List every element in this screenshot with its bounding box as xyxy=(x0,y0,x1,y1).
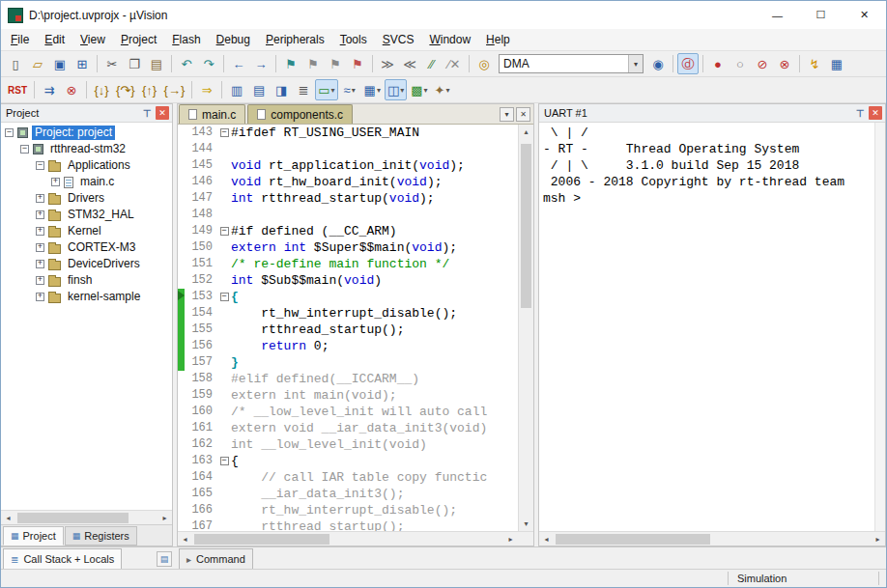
next-bookmark-icon[interactable]: ⚑ xyxy=(325,53,346,74)
outdent-icon[interactable]: ≪ xyxy=(399,53,420,74)
save-icon[interactable]: ▣ xyxy=(49,53,71,74)
callstack-tab[interactable]: ≣ Call Stack + Locals xyxy=(3,548,122,569)
menu-peripherals[interactable]: Peripherals xyxy=(258,29,332,50)
code-line[interactable]: 166 rt_hw_interrupt_disable(); xyxy=(178,502,518,518)
scrollbar-thumb[interactable] xyxy=(17,513,129,523)
fold-collapse-icon[interactable]: − xyxy=(220,227,229,236)
tree-item-kernel-sample[interactable]: +kernel-sample xyxy=(1,289,172,305)
dropdown-arrow-icon[interactable]: ▾ xyxy=(352,86,356,95)
code-line[interactable]: 162int __low_level_init(void) xyxy=(178,436,518,453)
dropdown-arrow-icon[interactable]: ▾ xyxy=(400,86,404,95)
code-area[interactable]: 143−#ifdef RT_USING_USER_MAIN144145void … xyxy=(178,125,518,531)
tree-expander[interactable]: − xyxy=(5,128,14,137)
indent-icon[interactable]: ≫ xyxy=(377,53,398,74)
scroll-left-icon[interactable]: ◂ xyxy=(178,532,192,546)
comment-icon[interactable]: ∕∕ xyxy=(421,53,443,74)
dropdown-arrow-icon[interactable]: ▾ xyxy=(445,86,449,95)
toolbox-icon[interactable]: ✦▾ xyxy=(432,79,453,100)
save-all-icon[interactable]: ⊞ xyxy=(72,53,93,74)
code-line[interactable]: 153−{ xyxy=(178,289,518,305)
tree-item-applications[interactable]: −Applications xyxy=(1,157,172,174)
symbol-window-icon[interactable]: ◨ xyxy=(271,79,292,100)
doc-tab-main-c[interactable]: main.c xyxy=(179,104,245,124)
find-next-icon[interactable]: ◉ xyxy=(647,53,669,74)
scroll-left-icon[interactable]: ◂ xyxy=(539,532,554,546)
dropdown-arrow-icon[interactable]: ▾ xyxy=(377,86,381,95)
code-line[interactable]: 151/* re-define main function */ xyxy=(178,256,518,272)
code-line[interactable]: 158#elif defined(__ICCARM__) xyxy=(178,371,518,387)
paste-icon[interactable]: ▤ xyxy=(146,53,167,74)
tree-expander[interactable]: + xyxy=(36,293,44,301)
show-next-statement-icon[interactable]: ⇒ xyxy=(196,79,217,100)
tree-item-finsh[interactable]: +finsh xyxy=(1,272,172,289)
stop-icon[interactable]: ⊗ xyxy=(61,79,82,100)
menu-window[interactable]: Window xyxy=(421,29,478,50)
command-window-icon[interactable]: ▥ xyxy=(226,79,247,100)
fold-marker[interactable]: − xyxy=(217,453,231,469)
menu-tools[interactable]: Tools xyxy=(332,29,375,50)
tree-expander[interactable]: + xyxy=(36,243,44,252)
tree-item-drivers[interactable]: +Drivers xyxy=(1,190,172,207)
code-line[interactable]: 160/* __low_level_init will auto call xyxy=(178,404,518,420)
run-to-cursor-icon[interactable]: {→} xyxy=(161,79,188,100)
reset-cpu-button[interactable]: RST xyxy=(5,79,30,100)
project-tree-hscrollbar[interactable]: ◂ ▸ xyxy=(1,510,172,524)
code-line[interactable]: 145void rt_application_init(void); xyxy=(178,157,518,174)
enable-breakpoint-icon[interactable]: ○ xyxy=(730,53,751,74)
code-line[interactable]: 154 rt_hw_interrupt_disable(); xyxy=(178,305,518,322)
scroll-up-icon[interactable]: ▴ xyxy=(519,125,533,139)
code-line[interactable]: 148 xyxy=(178,207,518,223)
tree-item-project-project[interactable]: −Project: project xyxy=(1,125,172,141)
step-over-icon[interactable]: {↷} xyxy=(113,79,138,100)
panel-close-icon[interactable]: ✕ xyxy=(869,106,882,120)
undo-icon[interactable]: ↶ xyxy=(176,53,197,74)
code-line[interactable]: 155 rtthread_startup(); xyxy=(178,322,518,338)
tree-expander[interactable]: + xyxy=(51,178,60,186)
kill-all-breakpoints-icon[interactable]: ⊗ xyxy=(774,53,795,74)
tree-expander[interactable]: + xyxy=(36,194,44,203)
code-line[interactable]: 167 rtthread_startup(); xyxy=(178,518,518,531)
pin-icon[interactable]: ⊤ xyxy=(140,106,154,120)
copy-icon[interactable]: ❐ xyxy=(124,53,145,74)
menu-file[interactable]: File xyxy=(3,29,37,50)
uncomment-icon[interactable]: ∕✕ xyxy=(444,53,465,74)
code-line[interactable]: 152int $Sub$$main(void) xyxy=(178,272,518,289)
scroll-right-icon[interactable]: ▸ xyxy=(157,511,172,524)
open-file-icon[interactable]: ▱ xyxy=(27,53,48,74)
navigate-forward-icon[interactable]: → xyxy=(250,53,272,74)
code-line[interactable]: 163−{ xyxy=(178,453,518,469)
scroll-right-icon[interactable]: ▸ xyxy=(503,532,518,546)
close-document-icon[interactable]: ✕ xyxy=(516,107,530,122)
minimize-button[interactable]: — xyxy=(756,1,799,29)
uart-vscrollbar[interactable] xyxy=(874,123,885,531)
scroll-right-icon[interactable]: ▸ xyxy=(871,532,885,546)
dropdown-arrow-icon[interactable]: ▾ xyxy=(331,86,335,95)
fold-marker[interactable]: − xyxy=(217,125,231,141)
code-line[interactable]: 143−#ifdef RT_USING_USER_MAIN xyxy=(178,125,518,141)
analysis-window-icon[interactable]: ≈▾ xyxy=(339,79,360,100)
scrollbar-thumb[interactable] xyxy=(194,534,329,545)
watch-window-icon[interactable]: ◫▾ xyxy=(385,79,407,100)
serial-window-icon[interactable]: ▭▾ xyxy=(315,79,337,100)
panel-close-icon[interactable]: ✕ xyxy=(156,106,169,120)
fold-collapse-icon[interactable]: − xyxy=(220,457,229,465)
close-button[interactable]: ✕ xyxy=(843,1,886,29)
menu-flash[interactable]: Flash xyxy=(164,29,208,50)
uart-output[interactable]: \ | /- RT - Thread Operating System / | … xyxy=(539,123,874,531)
menu-view[interactable]: View xyxy=(72,29,113,50)
document-list-icon[interactable]: ▾ xyxy=(500,107,514,122)
code-line[interactable]: 164 // call IAR table copy functic xyxy=(178,469,518,486)
doc-tab-components-c[interactable]: components.c xyxy=(247,104,353,124)
menu-svcs[interactable]: SVCS xyxy=(375,29,422,50)
flash-download-icon[interactable]: ↯ xyxy=(804,53,825,74)
scrollbar-thumb[interactable] xyxy=(521,144,531,308)
find-text-combo[interactable]: DMA▾ xyxy=(499,54,644,73)
panel-tab-project[interactable]: ▦Project xyxy=(3,526,64,546)
tree-item-devicedrivers[interactable]: +DeviceDrivers xyxy=(1,256,172,272)
system-viewer-icon[interactable]: ▩▾ xyxy=(408,79,430,100)
tree-item-rtthread-stm32[interactable]: −rtthread-stm32 xyxy=(1,141,172,157)
code-line[interactable]: 149−#if defined (__CC_ARM) xyxy=(178,223,518,239)
command-tab[interactable]: ▸ Command xyxy=(179,548,253,569)
scrollbar-thumb[interactable] xyxy=(556,534,710,545)
step-into-icon[interactable]: {↓} xyxy=(91,79,112,100)
